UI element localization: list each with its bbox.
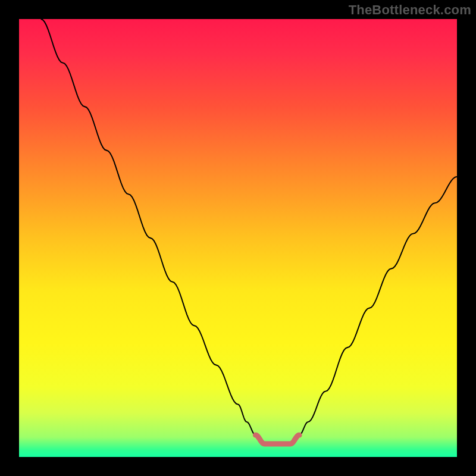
chart-frame: TheBottleneck.com — [0, 0, 476, 476]
watermark-label: TheBottleneck.com — [349, 2, 471, 18]
plot-svg — [19, 19, 457, 457]
plot-area — [19, 19, 457, 457]
gradient-rect — [19, 19, 457, 457]
